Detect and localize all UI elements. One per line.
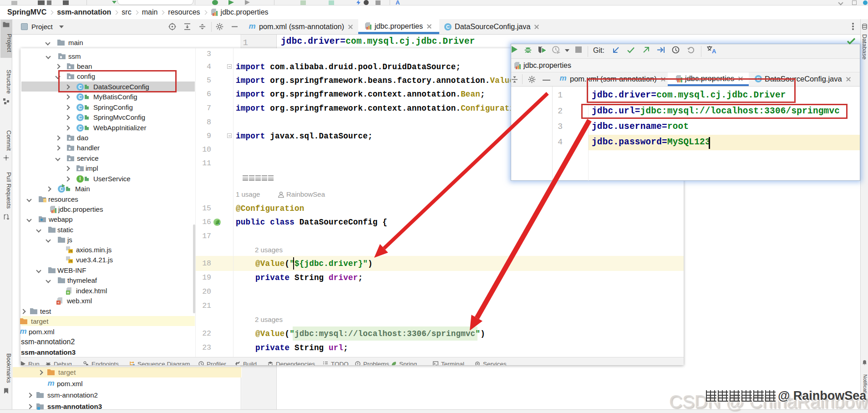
- svg-text:A: A: [712, 48, 716, 54]
